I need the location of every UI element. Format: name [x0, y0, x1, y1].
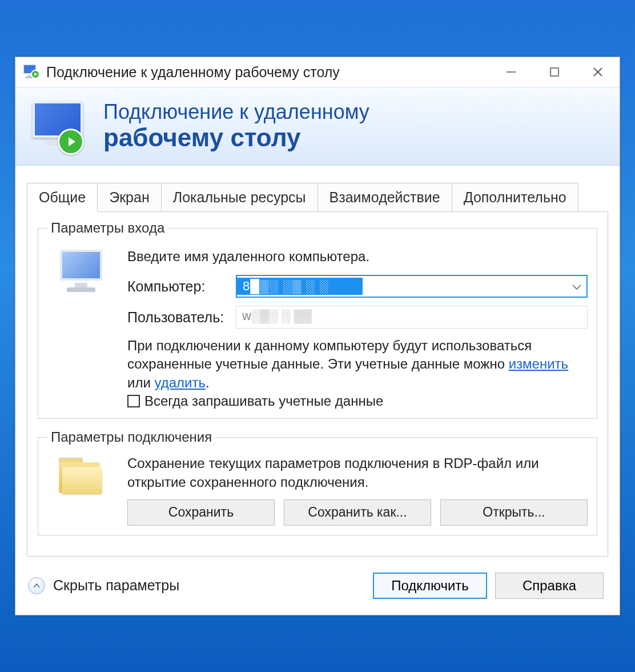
computer-combo[interactable]: 8█▒░ ░▒ ░ ░ — [236, 275, 588, 298]
help-button[interactable]: Справка — [495, 573, 604, 599]
header-banner: Подключение к удаленному рабочему столу — [15, 87, 620, 166]
computer-value: 8█▒░ ░▒ ░ ░ — [237, 278, 363, 295]
delete-credentials-link[interactable]: удалить — [154, 375, 205, 390]
chevron-down-icon[interactable] — [572, 278, 582, 294]
always-ask-label: Всегда запрашивать учетные данные — [144, 393, 383, 409]
titlebar: Подключение к удаленному рабочему столу — [15, 57, 620, 87]
user-label: Пользователь: — [127, 309, 230, 326]
maximize-button[interactable] — [533, 57, 576, 87]
toggle-options-label[interactable]: Скрыть параметры — [53, 577, 179, 594]
login-prompt: Введите имя удаленного компьютера. — [127, 249, 588, 265]
tab-strip: Общие Экран Локальные ресурсы Взаимодейс… — [15, 166, 620, 211]
connection-group: Параметры подключения Сохранение текущих… — [38, 429, 597, 535]
svg-rect-6 — [550, 68, 558, 76]
close-button[interactable] — [576, 57, 620, 87]
save-as-button[interactable]: Сохранить как... — [284, 499, 431, 526]
tab-advanced[interactable]: Дополнительно — [452, 183, 578, 211]
tab-general[interactable]: Общие — [27, 183, 98, 212]
footer: Скрыть параметры Подключить Справка — [15, 557, 620, 615]
tab-experience[interactable]: Взаимодействие — [318, 183, 452, 211]
collapse-options-button[interactable] — [28, 577, 45, 594]
banner-line1: Подключение к удаленному — [103, 100, 369, 123]
folder-icon — [47, 454, 116, 526]
window-title: Подключение к удаленному рабочему столу — [44, 64, 340, 81]
login-legend: Параметры входа — [47, 220, 168, 236]
connection-desc: Сохранение текущих параметров подключени… — [127, 454, 588, 491]
save-button[interactable]: Сохранить — [127, 499, 275, 526]
banner-title: Подключение к удаленному рабочему столу — [103, 100, 369, 153]
always-ask-checkbox[interactable] — [127, 395, 140, 407]
tab-local-resources[interactable]: Локальные ресурсы — [161, 183, 318, 211]
rdp-logo-icon — [29, 98, 92, 155]
connection-legend: Параметры подключения — [47, 429, 215, 445]
open-button[interactable]: Открыть... — [440, 499, 588, 526]
edit-credentials-link[interactable]: изменить — [509, 356, 568, 371]
minimize-button[interactable] — [489, 57, 533, 87]
computer-icon — [47, 245, 116, 409]
rdp-window: Подключение к удаленному рабочему столу … — [15, 57, 620, 615]
tab-content: Параметры входа Введите имя удаленного к… — [27, 211, 608, 557]
app-icon — [20, 64, 44, 80]
banner-line2: рабочему столу — [103, 123, 369, 153]
credentials-note: При подключении к данному компьютеру буд… — [127, 337, 588, 392]
computer-label: Компьютер: — [127, 278, 230, 295]
connect-button[interactable]: Подключить — [373, 573, 487, 599]
tab-display[interactable]: Экран — [97, 183, 162, 211]
login-group: Параметры входа Введите имя удаленного к… — [38, 220, 597, 419]
user-field[interactable]: w░▒░ ░ ▒▒ — [236, 306, 588, 329]
